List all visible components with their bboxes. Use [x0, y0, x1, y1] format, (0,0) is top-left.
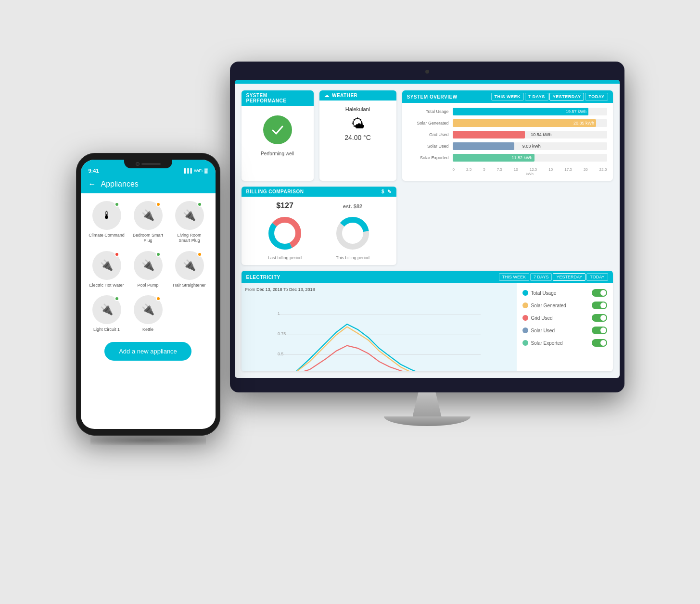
legend-text: Total Usage [531, 290, 557, 296]
electricity-time-tabs: THIS WEEK 7 DAYS YESTERDAY TODAY [499, 273, 608, 281]
legend-dot [522, 290, 528, 296]
bar-value: 9.03 kWh [522, 144, 541, 149]
appliance-status-dot [156, 202, 161, 207]
x-label-0: 0 [453, 167, 455, 172]
elec-tab-7-days[interactable]: 7 DAYS [530, 273, 552, 281]
legend-panel: Total UsageSolar GeneratedGrid UsedSolar… [517, 283, 613, 371]
bar-track: 9.03 kWh [453, 142, 607, 150]
legend-toggle[interactable] [592, 327, 607, 334]
bar-chart-area: Total Usage19.57 kWhSolar Generated20.85… [402, 103, 613, 181]
monitor: SYSTEM PERFORMANCE Performing well [230, 62, 624, 426]
electricity-title: ELECTRICITY [246, 275, 280, 280]
bar-value: 20.85 kWh [573, 121, 594, 126]
phone-status-icons: ▐▐▐ WiFi ▓ [183, 168, 208, 173]
x-label-75: 7.5 [497, 167, 502, 172]
overview-header: SYSTEM OVERVIEW THIS WEEK 7 DAYS YESTERD… [402, 90, 613, 103]
appliance-item[interactable]: 🔌Kettle [130, 295, 166, 332]
appliances-grid: 🌡Climate Command🔌Bedroom Smart Plug🔌Livi… [89, 201, 208, 332]
appliance-item[interactable]: 🔌Hair Straightener [171, 251, 208, 288]
back-arrow-icon[interactable]: ← [89, 180, 96, 189]
bar-label: Grid Used [408, 132, 449, 137]
weather-card: ☁ WEATHER Halekulani 🌤 24.00 °C [319, 90, 396, 181]
electricity-section: ELECTRICITY THIS WEEK 7 DAYS YESTERDAY T… [242, 271, 613, 371]
appliance-item[interactable]: 🔌Light Circuit 1 [89, 295, 125, 332]
weather-title: WEATHER [332, 93, 357, 98]
x-label-125: 12.5 [530, 167, 537, 172]
appliance-name: Bedroom Smart Plug [130, 233, 166, 243]
bar-track: 20.85 kWh [453, 119, 607, 127]
appliance-item[interactable]: 🔌Electric Hot Water [89, 251, 125, 288]
weather-location: Halekulani [345, 106, 370, 112]
bar-fill: 11.82 kWh [453, 154, 535, 162]
bar-row: Grid Used10.54 kWh [408, 131, 607, 138]
dollar-icon[interactable]: $ [382, 189, 384, 194]
billing-last-amount: $127 [276, 201, 293, 210]
monitor-base [384, 416, 471, 426]
elec-tab-this-week[interactable]: THIS WEEK [499, 273, 530, 281]
bar-fill: 19.57 kWh [453, 108, 588, 115]
monitor-neck [413, 392, 442, 416]
monitor-screen: SYSTEM PERFORMANCE Performing well [235, 80, 620, 378]
bar-label: Solar Exported [408, 155, 449, 160]
electricity-header: ELECTRICITY THIS WEEK 7 DAYS YESTERDAY T… [242, 271, 613, 283]
date-to: Dec 13, 2018 [289, 287, 315, 292]
legend-text: Solar Exported [531, 340, 563, 346]
billing-this-amount: est. $82 [343, 201, 362, 210]
legend-item: Solar Used [522, 327, 607, 334]
legend-toggle[interactable] [592, 339, 607, 347]
billing-last-donut [266, 214, 304, 252]
overview-time-tabs: THIS WEEK 7 DAYS YESTERDAY TODAY [491, 93, 608, 101]
appliance-status-dot [115, 296, 119, 301]
tab-this-week[interactable]: THIS WEEK [491, 93, 524, 101]
billing-card: BILLING COMPARISON $ ✎ $127 [242, 187, 396, 265]
bar-value: 11.82 kWh [512, 155, 533, 160]
bar-label: Total Usage [408, 109, 449, 114]
tab-7-days[interactable]: 7 DAYS [525, 93, 548, 101]
system-performance-title: SYSTEM PERFORMANCE [246, 93, 287, 103]
appliance-item[interactable]: 🔌Bedroom Smart Plug [130, 201, 166, 243]
tab-yesterday[interactable]: YESTERDAY [549, 93, 585, 101]
billing-title: BILLING COMPARISON [246, 189, 304, 194]
billing-last-label: Last billing period [268, 255, 302, 260]
weather-visual-icon: 🌤 [351, 116, 365, 132]
billing-this-donut [333, 214, 372, 252]
appliance-item[interactable]: 🌡Climate Command [89, 201, 125, 243]
phone-shadow [90, 436, 206, 445]
legend-text: Grid Used [531, 315, 553, 321]
elec-tab-today[interactable]: TODAY [586, 273, 608, 281]
edit-icon[interactable]: ✎ [387, 189, 392, 194]
bar-fill: 9.03 kWh [453, 142, 514, 150]
electricity-body: From Dec 13, 2018 To Dec 13, 2018 [242, 283, 613, 371]
svg-text:0.75: 0.75 [277, 331, 285, 336]
billing-last-col: $127 Last billing period [266, 201, 304, 260]
x-axis: 0 2.5 5 7.5 10 12.5 15 17.5 20 22.5 [408, 165, 607, 172]
appliance-item[interactable]: 🔌Living Room Smart Plug [171, 201, 208, 243]
add-appliance-button[interactable]: Add a new appliance [104, 342, 191, 361]
appliance-status-dot [115, 252, 119, 257]
bar-label: Solar Generated [408, 121, 449, 126]
x-label-5: 5 [483, 167, 485, 172]
x-axis-unit: kWh [408, 172, 607, 176]
bar-track: 11.82 kWh [453, 154, 607, 162]
legend-toggle[interactable] [592, 302, 607, 309]
elec-tab-yesterday[interactable]: YESTERDAY [553, 273, 585, 281]
tab-today[interactable]: TODAY [585, 93, 608, 101]
bar-row: Solar Exported11.82 kWh [408, 154, 607, 162]
legend-toggle[interactable] [592, 289, 607, 297]
phone-screen: 9:41 ▐▐▐ WiFi ▓ ← Appliances 🌡Climate Co… [81, 160, 216, 429]
legend-item: Grid Used [522, 314, 607, 322]
bar-value: 10.54 kWh [531, 132, 551, 137]
date-range: From Dec 13, 2018 To Dec 13, 2018 [245, 287, 513, 292]
appliance-status-dot [115, 202, 119, 207]
appliance-item[interactable]: 🔌Pool Pump [130, 251, 166, 288]
legend-toggle[interactable] [592, 314, 607, 322]
monitor-stand [230, 392, 624, 426]
svg-text:0.5: 0.5 [277, 352, 283, 356]
appliance-status-dot [197, 252, 202, 257]
phone-content: 🌡Climate Command🔌Bedroom Smart Plug🔌Livi… [81, 193, 216, 419]
bar-fill: 20.85 kWh [453, 119, 597, 127]
phone-time: 9:41 [89, 168, 99, 174]
x-label-25: 2.5 [466, 167, 471, 172]
appliance-name: Light Circuit 1 [93, 327, 120, 332]
performance-status: Performing well [261, 151, 294, 156]
